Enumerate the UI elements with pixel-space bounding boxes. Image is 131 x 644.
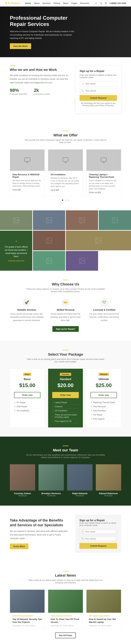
news-divider bbox=[63, 571, 68, 571]
feature-2-4: ✓ Free Support bbox=[91, 417, 117, 421]
feature-1-4: ✓ Free support for 48 bbox=[52, 419, 79, 423]
news-img-0 bbox=[10, 590, 44, 613]
offer-title: What we Offer bbox=[10, 133, 121, 138]
cta-form-title: Sign up for a Repair bbox=[79, 519, 117, 522]
cta-form-card: Sign up for a Repair Enter your details … bbox=[75, 515, 121, 553]
offer-body-0: Data Recovery & HDD/SSD Repair We repair… bbox=[10, 171, 44, 194]
why-item-2: 🛡 Licensed & Certified For your safety, … bbox=[87, 298, 121, 322]
offer-desc-0: We repair and recover data from all kind… bbox=[12, 179, 42, 188]
svg-point-13 bbox=[47, 239, 49, 240]
offer-body-1: OS Installation Whether it's Windows, Ma… bbox=[48, 171, 83, 194]
nav-services[interactable]: Services bbox=[42, 2, 51, 4]
package-btn-0[interactable]: Order now bbox=[14, 392, 40, 398]
stat2-label: Customers to date bbox=[34, 93, 50, 95]
team-name-2: Ralph Edwards bbox=[67, 492, 93, 495]
news-card-2: Tips from Our Experts How to Speed Up Yo… bbox=[86, 590, 121, 629]
hero-cta-button[interactable]: How We Work bbox=[10, 43, 31, 49]
nav-elements[interactable]: Elements bbox=[80, 2, 89, 4]
why-title: Why Choose Us bbox=[10, 282, 121, 286]
photo-cell-3 bbox=[99, 210, 131, 230]
name-input[interactable] bbox=[85, 82, 115, 85]
nav-pages[interactable]: Pages bbox=[71, 2, 77, 4]
nav-news[interactable]: News bbox=[63, 2, 68, 4]
cart-icon[interactable]: 🛒 bbox=[95, 2, 97, 4]
dot-1[interactable] bbox=[65, 200, 66, 201]
team-name-0: Courtney Adams bbox=[10, 492, 35, 495]
svg-point-20 bbox=[82, 531, 83, 532]
offer-img-placeholder-2 bbox=[86, 150, 121, 171]
why-cta-button[interactable]: Sign up for Repair! bbox=[52, 326, 79, 332]
packages-title: Select Your Package bbox=[10, 352, 121, 356]
who-section: Who we are and How we Work We pride ours… bbox=[0, 57, 131, 122]
nav-links: Home About Services Pricing News Pages E… bbox=[25, 2, 89, 4]
team-role-0: Technician bbox=[10, 495, 35, 496]
svg-rect-3 bbox=[101, 158, 107, 162]
cta-phone-field[interactable] bbox=[79, 536, 117, 541]
logo[interactable]: ⚙ Fi Fixaria bbox=[5, 2, 19, 5]
photo-cell-4: " The quality of work offered by Fixaria… bbox=[0, 231, 32, 271]
offer-body-2: Cleaning Laptops / Replacing Thermal Pas… bbox=[86, 171, 121, 196]
offer-title-2: Cleaning Laptops / Replacing Thermal Pas… bbox=[89, 173, 119, 178]
nav-about[interactable]: About bbox=[34, 2, 39, 4]
why-section: Why Choose Us There are many reasons to … bbox=[0, 271, 131, 341]
signup-form-card: Sign up for a Repair Enter your details … bbox=[75, 66, 121, 114]
testimonial-quote: " The quality of work offered by Fixaria… bbox=[3, 239, 29, 262]
why-item-0: 🚀 Reliable Services Every service we pro… bbox=[10, 298, 44, 322]
news-cat-1: Tips from Our Experts bbox=[51, 615, 80, 617]
news-article-title-0[interactable]: Top 10 Network Security Tips from Our Ex… bbox=[12, 618, 42, 624]
svg-rect-4 bbox=[13, 218, 19, 223]
svg-rect-6 bbox=[46, 218, 52, 223]
news-card-0: Tips from Our Experts Top 10 Network Sec… bbox=[10, 590, 45, 629]
search-icon[interactable]: 🔍 bbox=[100, 2, 102, 4]
package-btn-1[interactable]: Order now bbox=[52, 392, 79, 398]
cta-form-submit-button[interactable]: Submit Request bbox=[79, 543, 117, 549]
photo-cell-6 bbox=[66, 231, 131, 250]
feature-1-1: ✓ Software bbox=[52, 405, 79, 409]
cta-phone-input[interactable] bbox=[85, 538, 115, 540]
hero-section: Professional Computer Repair Services We… bbox=[0, 6, 131, 57]
team-member-1: Brooklyn Simmons Technician bbox=[38, 464, 64, 496]
svg-rect-12 bbox=[46, 238, 52, 243]
photo-placeholder-0 bbox=[0, 210, 32, 230]
offer-grid: Data Recovery & HDD/SSD Repair We repair… bbox=[10, 149, 121, 196]
form-submit-button[interactable]: Submit Request bbox=[80, 95, 117, 101]
package-btn-2[interactable]: Order now bbox=[91, 392, 117, 398]
dot-2[interactable] bbox=[68, 200, 69, 201]
news-subtitle: Take a look at our latest news articles … bbox=[24, 579, 107, 584]
offer-img-2 bbox=[86, 150, 121, 171]
who-title: Who we are and How we Work bbox=[10, 68, 69, 72]
phone-field[interactable] bbox=[80, 88, 117, 94]
offer-title-0: Data Recovery & HDD/SSD Repair bbox=[12, 173, 42, 178]
news-article-title-2[interactable]: How to Speed Up Your Old MacOS Laptop bbox=[89, 618, 119, 624]
phone-input[interactable] bbox=[85, 90, 115, 92]
name-field[interactable] bbox=[80, 81, 117, 86]
news-img-1 bbox=[48, 590, 83, 613]
news-article-title-1[interactable]: How To Clean Your PC From Viruses bbox=[51, 618, 80, 624]
feature-0-1: ✓ HDD Repair bbox=[14, 405, 40, 409]
offer-card-0: Data Recovery & HDD/SSD Repair We repair… bbox=[10, 149, 45, 196]
package-ultimate: Ultimate Ultimate $25.00 Order now ✓ Rep… bbox=[86, 368, 121, 428]
package-tag-1: Standard bbox=[60, 373, 71, 376]
cta-name-input[interactable] bbox=[85, 530, 115, 533]
team-divider bbox=[63, 446, 68, 446]
team-name-1: Brooklyn Simmons bbox=[38, 492, 64, 495]
svg-point-7 bbox=[47, 218, 49, 220]
feature-2-3: ✓ File Repair bbox=[91, 413, 117, 417]
see-all-posts-button[interactable]: See All Posts bbox=[55, 632, 76, 638]
stat-customers: 2k Customers to date bbox=[34, 88, 50, 95]
cta-know-more-button[interactable]: Know More bbox=[10, 544, 28, 549]
dot-0[interactable] bbox=[62, 200, 63, 201]
cta-name-field[interactable] bbox=[79, 529, 117, 534]
nav-pricing[interactable]: Pricing bbox=[54, 2, 60, 4]
why-item-text-2: For your safety, we're proud of our lice… bbox=[87, 312, 121, 322]
why-item-title-2: Licensed & Certified bbox=[87, 308, 121, 311]
offer-price-0: From $35 bbox=[12, 189, 42, 191]
stat-retention: 98% Customer Retention bbox=[10, 88, 27, 95]
packages-divider bbox=[63, 350, 68, 350]
nav-home[interactable]: Home bbox=[25, 2, 31, 4]
stat1-label: Customer Retention bbox=[10, 93, 27, 95]
offer-section: What we Offer We provide the entire cons… bbox=[0, 122, 131, 210]
svg-point-9 bbox=[80, 218, 82, 220]
why-item-title-1: Skilled Personal bbox=[49, 308, 83, 311]
menu-icon[interactable]: ☰ bbox=[105, 2, 107, 4]
